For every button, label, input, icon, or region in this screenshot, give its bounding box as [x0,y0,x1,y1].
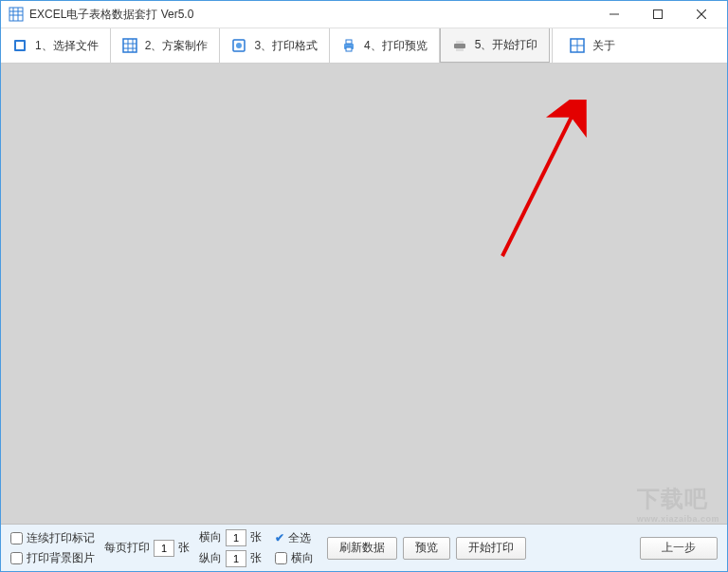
svg-rect-0 [9,8,23,21]
tab-label: 3、打印格式 [254,38,318,54]
toolbar: 1、选择文件 2、方案制作 3、打印格式 4、打印预览 5、开始打印 关于 [1,28,727,64]
tab-print-preview[interactable]: 4、打印预览 [330,28,440,63]
minimize-button[interactable] [592,1,636,28]
svg-rect-21 [454,44,465,48]
print-icon [452,38,467,53]
bottom-bar: 连续打印标记 打印背景图片 每页打印 张 横向 张 纵向 张 [1,524,727,571]
tab-label: 关于 [592,38,615,54]
file-icon [12,38,27,53]
window-title: EXCEL电子表格数据套打 Ver5.0 [29,7,592,23]
horizontal-input[interactable] [226,529,246,546]
tab-about[interactable]: 关于 [552,28,632,63]
svg-rect-10 [16,42,24,49]
svg-line-27 [502,107,576,256]
about-icon [570,38,585,53]
continuous-print-label: 连续打印标记 [27,530,95,546]
per-page-label: 每页打印 [104,540,150,556]
refresh-data-button[interactable]: 刷新数据 [327,537,397,560]
print-bg-label: 打印背景图片 [27,550,95,566]
tab-label: 4、打印预览 [364,38,428,54]
tab-select-file[interactable]: 1、选择文件 [1,28,111,63]
svg-rect-19 [346,40,352,44]
tab-label: 1、选择文件 [35,38,99,54]
start-print-button[interactable]: 开始打印 [456,537,526,560]
landscape-label: 横向 [291,550,314,566]
svg-point-17 [236,43,242,48]
svg-rect-22 [456,41,464,44]
tab-print-format[interactable]: 3、打印格式 [220,28,330,63]
tab-scheme-make[interactable]: 2、方案制作 [111,28,221,63]
landscape-input[interactable] [275,552,287,564]
printer-icon [341,38,356,53]
print-bg-input[interactable] [10,552,23,564]
vertical-input[interactable] [226,550,246,567]
per-page-input[interactable] [154,540,174,557]
tab-start-print[interactable]: 5、开始打印 [440,28,551,63]
prev-step-button[interactable]: 上一步 [640,537,718,560]
vertical-label: 纵向 [199,550,222,566]
horizontal-label: 横向 [199,529,222,545]
vertical-suffix: 张 [250,550,262,566]
svg-rect-23 [456,48,464,51]
continuous-print-input[interactable] [10,532,23,544]
format-icon [231,38,246,53]
horizontal-suffix: 张 [250,529,262,545]
per-page-suffix: 张 [178,540,190,556]
tab-label: 5、开始打印 [475,37,538,53]
preview-button[interactable]: 预览 [403,537,450,560]
select-all-label[interactable]: 全选 [288,530,311,546]
main-content-area [1,64,727,524]
continuous-print-checkbox[interactable]: 连续打印标记 [10,530,95,546]
check-icon: ✔ [275,531,284,544]
tab-label: 2、方案制作 [145,38,209,54]
app-icon [9,7,24,22]
print-bg-checkbox[interactable]: 打印背景图片 [10,550,95,566]
svg-rect-11 [123,39,136,52]
close-button[interactable] [680,1,723,28]
grid-icon [122,38,137,53]
annotation-arrow [493,100,597,261]
maximize-button[interactable] [636,1,680,28]
landscape-checkbox[interactable]: 横向 [275,550,314,566]
svg-rect-20 [346,47,352,51]
svg-rect-6 [654,10,663,19]
